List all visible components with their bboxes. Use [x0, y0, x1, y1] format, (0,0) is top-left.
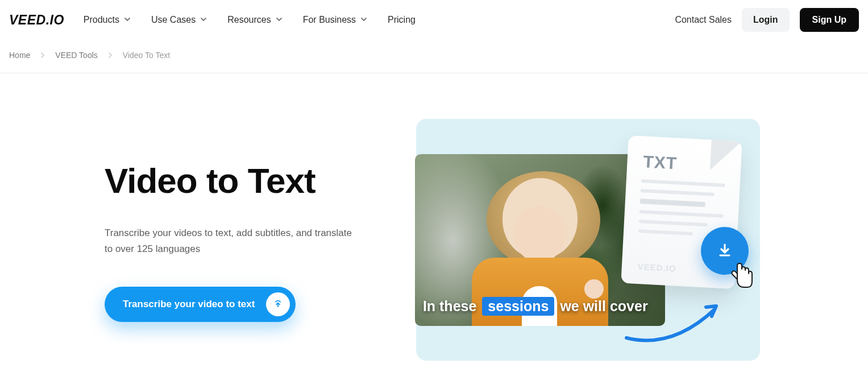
logo[interactable]: VEED.IO — [9, 13, 64, 28]
breadcrumb-current: Video To Text — [123, 51, 170, 60]
cta-label: Transcribe your video to text — [123, 299, 255, 310]
page-title: Video to Text — [105, 162, 382, 199]
nav-label: Use Cases — [151, 15, 196, 25]
nav-resources[interactable]: Resources — [227, 15, 282, 25]
transcribe-cta-button[interactable]: Transcribe your video to text — [105, 287, 296, 322]
breadcrumb: Home VEED Tools Video To Text — [0, 40, 868, 73]
cursor-icon — [729, 262, 757, 294]
breadcrumb-home[interactable]: Home — [9, 51, 30, 60]
nav-label: Products — [84, 15, 119, 25]
arrow-swoosh-icon — [621, 292, 751, 349]
hero-content: Video to Text Transcribe your videos to … — [0, 119, 382, 322]
site-header: VEED.IO Products Use Cases Resources For… — [0, 0, 868, 40]
nav-label: Resources — [227, 15, 271, 25]
login-button[interactable]: Login — [742, 8, 790, 32]
chevron-down-icon — [124, 15, 131, 25]
hero-illustration-wrap: In these sessions we will cover TXT VEED… — [382, 119, 868, 361]
nav-products[interactable]: Products — [84, 15, 131, 25]
chevron-right-icon — [40, 50, 45, 60]
page-description: Transcribe your videos to text, add subt… — [105, 225, 355, 257]
upload-icon — [266, 292, 290, 316]
chevron-down-icon — [200, 15, 207, 25]
nav-label: Pricing — [388, 15, 416, 25]
chevron-down-icon — [360, 15, 367, 25]
contact-sales-link[interactable]: Contact Sales — [675, 15, 732, 25]
doc-format-label: TXT — [643, 152, 678, 173]
caption-text-before: In these — [423, 298, 476, 315]
chevron-right-icon — [108, 50, 113, 60]
video-caption: In these sessions we will cover — [423, 297, 648, 316]
hero-section: Video to Text Transcribe your videos to … — [0, 73, 868, 372]
doc-watermark: VEED.IO — [637, 262, 676, 274]
breadcrumb-tools[interactable]: VEED Tools — [55, 51, 97, 60]
nav-pricing[interactable]: Pricing — [388, 15, 416, 25]
nav-for-business[interactable]: For Business — [303, 15, 367, 25]
primary-nav: Products Use Cases Resources For Busines… — [84, 15, 416, 25]
chevron-down-icon — [276, 15, 283, 25]
hero-illustration: In these sessions we will cover TXT VEED… — [416, 119, 760, 361]
nav-use-cases[interactable]: Use Cases — [151, 15, 207, 25]
header-actions: Contact Sales Login Sign Up — [675, 8, 859, 32]
signup-button[interactable]: Sign Up — [800, 8, 859, 32]
nav-label: For Business — [303, 15, 356, 25]
document-fold-icon — [710, 140, 742, 172]
caption-highlight: sessions — [482, 297, 554, 316]
